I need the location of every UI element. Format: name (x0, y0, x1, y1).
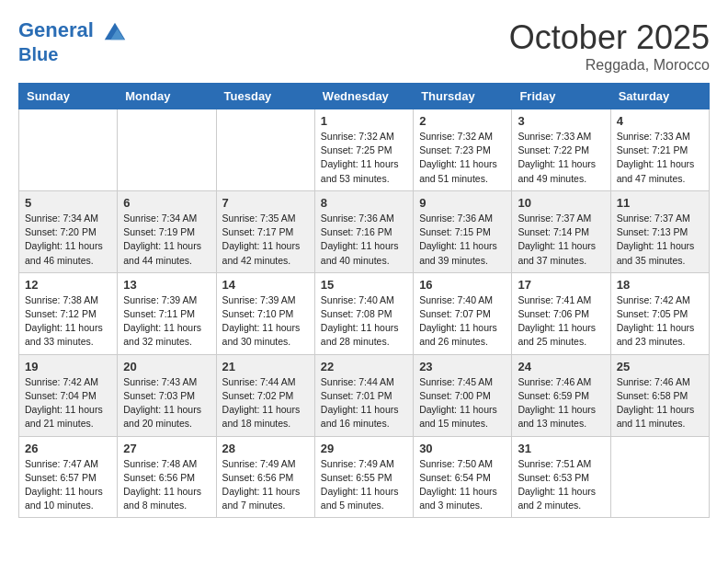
day-number: 4 (617, 114, 703, 128)
calendar-cell: 2Sunrise: 7:32 AMSunset: 7:23 PMDaylight… (414, 109, 512, 191)
calendar-cell: 6Sunrise: 7:34 AMSunset: 7:19 PMDaylight… (118, 190, 216, 272)
day-number: 23 (419, 360, 506, 373)
day-number: 11 (617, 196, 703, 210)
day-number: 28 (222, 442, 309, 455)
calendar-cell: 26Sunrise: 7:47 AMSunset: 6:57 PMDayligh… (19, 436, 118, 518)
day-number: 19 (25, 360, 111, 373)
day-number: 18 (617, 278, 703, 292)
calendar-cell: 4Sunrise: 7:33 AMSunset: 7:21 PMDaylight… (610, 109, 709, 191)
calendar-cell: 28Sunrise: 7:49 AMSunset: 6:56 PMDayligh… (216, 436, 314, 518)
day-info: Sunrise: 7:34 AMSunset: 7:19 PMDaylight:… (123, 212, 210, 268)
day-number: 17 (518, 278, 604, 292)
day-info: Sunrise: 7:36 AMSunset: 7:16 PMDaylight:… (321, 212, 407, 268)
day-info: Sunrise: 7:33 AMSunset: 7:21 PMDaylight:… (617, 130, 703, 186)
logo-blue: Blue (18, 44, 128, 64)
calendar-cell: 9Sunrise: 7:36 AMSunset: 7:15 PMDaylight… (414, 190, 512, 272)
calendar-cell: 1Sunrise: 7:32 AMSunset: 7:25 PMDaylight… (314, 109, 413, 191)
day-info: Sunrise: 7:42 AMSunset: 7:04 PMDaylight:… (25, 375, 111, 431)
day-number: 2 (419, 114, 506, 128)
day-number: 6 (123, 196, 210, 210)
calendar-cell: 8Sunrise: 7:36 AMSunset: 7:16 PMDaylight… (314, 190, 413, 272)
day-info: Sunrise: 7:46 AMSunset: 6:58 PMDaylight:… (617, 375, 703, 431)
day-number: 26 (25, 442, 111, 455)
day-info: Sunrise: 7:35 AMSunset: 7:17 PMDaylight:… (222, 212, 309, 268)
day-number: 25 (617, 360, 703, 373)
day-info: Sunrise: 7:38 AMSunset: 7:12 PMDaylight:… (25, 293, 111, 350)
calendar-cell: 11Sunrise: 7:37 AMSunset: 7:13 PMDayligh… (610, 190, 709, 272)
calendar-cell: 3Sunrise: 7:33 AMSunset: 7:22 PMDaylight… (512, 109, 610, 191)
calendar-cell: 27Sunrise: 7:48 AMSunset: 6:56 PMDayligh… (118, 436, 216, 518)
day-info: Sunrise: 7:44 AMSunset: 7:02 PMDaylight:… (222, 375, 309, 431)
day-number: 22 (321, 360, 407, 373)
calendar-cell: 18Sunrise: 7:42 AMSunset: 7:05 PMDayligh… (610, 272, 709, 354)
day-info: Sunrise: 7:32 AMSunset: 7:25 PMDaylight:… (321, 130, 407, 186)
calendar-cell: 15Sunrise: 7:40 AMSunset: 7:08 PMDayligh… (314, 272, 413, 354)
day-number: 20 (123, 360, 210, 373)
day-number: 21 (222, 360, 309, 373)
calendar-cell (216, 109, 314, 191)
day-info: Sunrise: 7:40 AMSunset: 7:07 PMDaylight:… (419, 293, 506, 350)
calendar-cell: 14Sunrise: 7:39 AMSunset: 7:10 PMDayligh… (216, 272, 314, 354)
calendar-cell: 21Sunrise: 7:44 AMSunset: 7:02 PMDayligh… (216, 354, 314, 436)
day-number: 24 (518, 360, 604, 373)
calendar-cell: 10Sunrise: 7:37 AMSunset: 7:14 PMDayligh… (512, 190, 610, 272)
week-row-5: 26Sunrise: 7:47 AMSunset: 6:57 PMDayligh… (19, 436, 710, 518)
calendar-cell: 12Sunrise: 7:38 AMSunset: 7:12 PMDayligh… (19, 272, 118, 354)
day-info: Sunrise: 7:39 AMSunset: 7:10 PMDaylight:… (222, 293, 309, 350)
day-number: 7 (222, 196, 309, 210)
day-info: Sunrise: 7:47 AMSunset: 6:57 PMDaylight:… (25, 457, 111, 513)
day-number: 8 (321, 196, 407, 210)
weekday-header-row: SundayMondayTuesdayWednesdayThursdayFrid… (19, 84, 710, 109)
calendar-cell: 22Sunrise: 7:44 AMSunset: 7:01 PMDayligh… (314, 354, 413, 436)
calendar-cell (19, 109, 118, 191)
calendar-cell (610, 436, 709, 518)
day-info: Sunrise: 7:34 AMSunset: 7:20 PMDaylight:… (25, 212, 111, 268)
day-info: Sunrise: 7:32 AMSunset: 7:23 PMDaylight:… (419, 130, 506, 186)
day-info: Sunrise: 7:39 AMSunset: 7:11 PMDaylight:… (123, 293, 210, 350)
calendar-cell (118, 109, 216, 191)
day-info: Sunrise: 7:37 AMSunset: 7:13 PMDaylight:… (617, 212, 703, 268)
day-info: Sunrise: 7:46 AMSunset: 6:59 PMDaylight:… (518, 375, 604, 431)
calendar-cell: 23Sunrise: 7:45 AMSunset: 7:00 PMDayligh… (414, 354, 512, 436)
calendar-cell: 31Sunrise: 7:51 AMSunset: 6:53 PMDayligh… (512, 436, 610, 518)
calendar-cell: 29Sunrise: 7:49 AMSunset: 6:55 PMDayligh… (314, 436, 413, 518)
day-number: 13 (123, 278, 210, 292)
day-number: 12 (25, 278, 111, 292)
day-info: Sunrise: 7:42 AMSunset: 7:05 PMDaylight:… (617, 293, 703, 350)
day-number: 14 (222, 278, 309, 292)
day-info: Sunrise: 7:45 AMSunset: 7:00 PMDaylight:… (419, 375, 506, 431)
day-number: 16 (419, 278, 506, 292)
calendar-cell: 16Sunrise: 7:40 AMSunset: 7:07 PMDayligh… (414, 272, 512, 354)
day-info: Sunrise: 7:36 AMSunset: 7:15 PMDaylight:… (419, 212, 506, 268)
weekday-header-saturday: Saturday (610, 84, 709, 109)
calendar-cell: 13Sunrise: 7:39 AMSunset: 7:11 PMDayligh… (118, 272, 216, 354)
day-number: 3 (518, 114, 604, 128)
day-info: Sunrise: 7:37 AMSunset: 7:14 PMDaylight:… (518, 212, 604, 268)
calendar-cell: 17Sunrise: 7:41 AMSunset: 7:06 PMDayligh… (512, 272, 610, 354)
day-number: 9 (419, 196, 506, 210)
weekday-header-tuesday: Tuesday (216, 84, 314, 109)
day-number: 30 (419, 442, 506, 455)
month-info: October 2025 Reggada, Morocco (509, 18, 710, 74)
weekday-header-thursday: Thursday (414, 84, 512, 109)
day-info: Sunrise: 7:51 AMSunset: 6:53 PMDaylight:… (518, 457, 604, 513)
calendar-cell: 30Sunrise: 7:50 AMSunset: 6:54 PMDayligh… (414, 436, 512, 518)
calendar-cell: 25Sunrise: 7:46 AMSunset: 6:58 PMDayligh… (610, 354, 709, 436)
logo-text: General (18, 18, 128, 44)
weekday-header-sunday: Sunday (19, 84, 118, 109)
day-info: Sunrise: 7:48 AMSunset: 6:56 PMDaylight:… (123, 457, 210, 513)
day-number: 29 (321, 442, 407, 455)
day-info: Sunrise: 7:43 AMSunset: 7:03 PMDaylight:… (123, 375, 210, 431)
day-info: Sunrise: 7:50 AMSunset: 6:54 PMDaylight:… (419, 457, 506, 513)
week-row-1: 1Sunrise: 7:32 AMSunset: 7:25 PMDaylight… (19, 109, 710, 191)
page-header: General Blue October 2025 Reggada, Moroc… (18, 18, 710, 74)
calendar-table: SundayMondayTuesdayWednesdayThursdayFrid… (18, 83, 710, 518)
day-info: Sunrise: 7:40 AMSunset: 7:08 PMDaylight:… (321, 293, 407, 350)
day-number: 1 (321, 114, 407, 128)
day-number: 15 (321, 278, 407, 292)
month-title: October 2025 (509, 18, 710, 57)
day-info: Sunrise: 7:33 AMSunset: 7:22 PMDaylight:… (518, 130, 604, 186)
weekday-header-wednesday: Wednesday (314, 84, 413, 109)
day-info: Sunrise: 7:49 AMSunset: 6:56 PMDaylight:… (222, 457, 309, 513)
week-row-3: 12Sunrise: 7:38 AMSunset: 7:12 PMDayligh… (19, 272, 710, 354)
